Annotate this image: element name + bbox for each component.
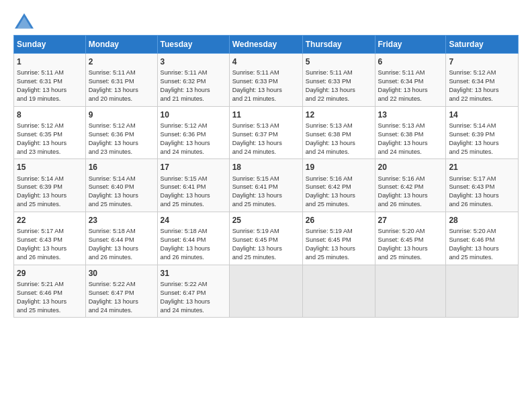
calendar-cell: 22Sunrise: 5:17 AM Sunset: 6:43 PM Dayli… — [14, 212, 86, 265]
day-info: Sunrise: 5:19 AM Sunset: 6:45 PM Dayligh… — [306, 227, 372, 262]
day-number: 17 — [161, 162, 226, 173]
day-info: Sunrise: 5:12 AM Sunset: 6:34 PM Dayligh… — [449, 68, 515, 103]
day-info: Sunrise: 5:13 AM Sunset: 6:38 PM Dayligh… — [306, 122, 372, 156]
day-info: Sunrise: 5:19 AM Sunset: 6:45 PM Dayligh… — [232, 227, 300, 262]
day-info: Sunrise: 5:11 AM Sunset: 6:31 PM Dayligh… — [17, 68, 83, 103]
calendar-cell: 1Sunrise: 5:11 AM Sunset: 6:31 PM Daylig… — [14, 54, 86, 107]
day-info: Sunrise: 5:18 AM Sunset: 6:44 PM Dayligh… — [89, 227, 154, 262]
calendar-cell: 2Sunrise: 5:11 AM Sunset: 6:31 PM Daylig… — [85, 54, 157, 107]
day-number: 4 — [232, 56, 300, 67]
day-info: Sunrise: 5:22 AM Sunset: 6:47 PM Dayligh… — [89, 280, 154, 315]
calendar-week-1: 1Sunrise: 5:11 AM Sunset: 6:31 PM Daylig… — [14, 54, 519, 107]
calendar-week-5: 29Sunrise: 5:21 AM Sunset: 6:46 PM Dayli… — [14, 265, 519, 318]
day-info: Sunrise: 5:11 AM Sunset: 6:31 PM Dayligh… — [89, 68, 154, 103]
day-info: Sunrise: 5:14 AM Sunset: 6:39 PM Dayligh… — [17, 175, 83, 210]
calendar-cell: 5Sunrise: 5:11 AM Sunset: 6:33 PM Daylig… — [302, 54, 375, 107]
calendar-cell: 18Sunrise: 5:15 AM Sunset: 6:41 PM Dayli… — [229, 159, 302, 212]
calendar: SundayMondayTuesdayWednesdayThursdayFrid… — [13, 35, 519, 318]
calendar-header-tuesday: Tuesday — [157, 36, 229, 54]
calendar-cell: 27Sunrise: 5:20 AM Sunset: 6:45 PM Dayli… — [375, 212, 446, 265]
day-number: 16 — [89, 162, 154, 173]
day-number: 29 — [17, 268, 83, 279]
day-number: 21 — [449, 162, 515, 173]
calendar-cell: 4Sunrise: 5:11 AM Sunset: 6:33 PM Daylig… — [229, 54, 302, 107]
calendar-cell: 14Sunrise: 5:14 AM Sunset: 6:39 PM Dayli… — [446, 106, 519, 159]
day-number: 24 — [161, 215, 226, 226]
day-info: Sunrise: 5:16 AM Sunset: 6:42 PM Dayligh… — [378, 175, 443, 210]
day-info: Sunrise: 5:11 AM Sunset: 6:33 PM Dayligh… — [232, 68, 300, 103]
header — [13, 12, 519, 31]
day-number: 25 — [232, 215, 300, 226]
calendar-cell: 16Sunrise: 5:14 AM Sunset: 6:40 PM Dayli… — [85, 159, 157, 212]
day-info: Sunrise: 5:17 AM Sunset: 6:43 PM Dayligh… — [17, 227, 83, 262]
calendar-week-3: 15Sunrise: 5:14 AM Sunset: 6:39 PM Dayli… — [14, 159, 519, 212]
calendar-week-4: 22Sunrise: 5:17 AM Sunset: 6:43 PM Dayli… — [14, 212, 519, 265]
calendar-cell: 8Sunrise: 5:12 AM Sunset: 6:35 PM Daylig… — [14, 106, 86, 159]
day-info: Sunrise: 5:16 AM Sunset: 6:42 PM Dayligh… — [306, 175, 372, 210]
day-number: 13 — [378, 109, 443, 120]
calendar-cell: 12Sunrise: 5:13 AM Sunset: 6:38 PM Dayli… — [302, 106, 375, 159]
calendar-cell: 23Sunrise: 5:18 AM Sunset: 6:44 PM Dayli… — [85, 212, 157, 265]
day-info: Sunrise: 5:13 AM Sunset: 6:37 PM Dayligh… — [232, 122, 300, 156]
day-number: 23 — [89, 215, 154, 226]
calendar-cell: 9Sunrise: 5:12 AM Sunset: 6:36 PM Daylig… — [85, 106, 157, 159]
day-info: Sunrise: 5:20 AM Sunset: 6:45 PM Dayligh… — [378, 227, 443, 262]
calendar-cell — [302, 265, 375, 318]
day-info: Sunrise: 5:12 AM Sunset: 6:36 PM Dayligh… — [89, 122, 154, 156]
day-number: 19 — [306, 162, 372, 173]
day-info: Sunrise: 5:20 AM Sunset: 6:46 PM Dayligh… — [449, 227, 515, 262]
calendar-header-thursday: Thursday — [302, 36, 375, 54]
calendar-cell: 30Sunrise: 5:22 AM Sunset: 6:47 PM Dayli… — [85, 265, 157, 318]
day-info: Sunrise: 5:17 AM Sunset: 6:43 PM Dayligh… — [449, 175, 515, 210]
calendar-cell: 25Sunrise: 5:19 AM Sunset: 6:45 PM Dayli… — [229, 212, 302, 265]
calendar-cell — [229, 265, 302, 318]
day-number: 6 — [378, 56, 443, 67]
calendar-cell: 3Sunrise: 5:11 AM Sunset: 6:32 PM Daylig… — [157, 54, 229, 107]
day-number: 14 — [449, 109, 515, 120]
calendar-cell: 21Sunrise: 5:17 AM Sunset: 6:43 PM Dayli… — [446, 159, 519, 212]
day-number: 2 — [89, 56, 154, 67]
day-info: Sunrise: 5:13 AM Sunset: 6:38 PM Dayligh… — [378, 122, 443, 156]
day-info: Sunrise: 5:14 AM Sunset: 6:39 PM Dayligh… — [449, 122, 515, 156]
calendar-cell — [446, 265, 519, 318]
logo-icon — [13, 12, 35, 31]
calendar-header-wednesday: Wednesday — [229, 36, 302, 54]
calendar-cell: 28Sunrise: 5:20 AM Sunset: 6:46 PM Dayli… — [446, 212, 519, 265]
day-info: Sunrise: 5:18 AM Sunset: 6:44 PM Dayligh… — [161, 227, 226, 262]
day-info: Sunrise: 5:11 AM Sunset: 6:33 PM Dayligh… — [306, 68, 372, 103]
day-number: 3 — [161, 56, 226, 67]
day-info: Sunrise: 5:14 AM Sunset: 6:40 PM Dayligh… — [89, 175, 154, 210]
day-info: Sunrise: 5:11 AM Sunset: 6:32 PM Dayligh… — [161, 68, 226, 103]
calendar-cell: 26Sunrise: 5:19 AM Sunset: 6:45 PM Dayli… — [302, 212, 375, 265]
day-info: Sunrise: 5:12 AM Sunset: 6:36 PM Dayligh… — [161, 122, 226, 156]
calendar-cell: 17Sunrise: 5:15 AM Sunset: 6:41 PM Dayli… — [157, 159, 229, 212]
calendar-cell: 24Sunrise: 5:18 AM Sunset: 6:44 PM Dayli… — [157, 212, 229, 265]
day-number: 20 — [378, 162, 443, 173]
day-number: 1 — [17, 56, 83, 67]
day-info: Sunrise: 5:15 AM Sunset: 6:41 PM Dayligh… — [161, 175, 226, 210]
calendar-cell: 20Sunrise: 5:16 AM Sunset: 6:42 PM Dayli… — [375, 159, 446, 212]
day-number: 27 — [378, 215, 443, 226]
day-info: Sunrise: 5:11 AM Sunset: 6:34 PM Dayligh… — [378, 68, 443, 103]
day-number: 8 — [17, 109, 83, 120]
day-number: 7 — [449, 56, 515, 67]
calendar-cell: 6Sunrise: 5:11 AM Sunset: 6:34 PM Daylig… — [375, 54, 446, 107]
day-number: 11 — [232, 109, 300, 120]
day-number: 22 — [17, 215, 83, 226]
day-info: Sunrise: 5:21 AM Sunset: 6:46 PM Dayligh… — [17, 280, 83, 315]
day-number: 18 — [232, 162, 300, 173]
day-info: Sunrise: 5:15 AM Sunset: 6:41 PM Dayligh… — [232, 175, 300, 210]
day-number: 31 — [161, 268, 226, 279]
day-number: 5 — [306, 56, 372, 67]
calendar-cell — [375, 265, 446, 318]
logo — [13, 12, 38, 31]
calendar-cell: 29Sunrise: 5:21 AM Sunset: 6:46 PM Dayli… — [14, 265, 86, 318]
calendar-cell: 13Sunrise: 5:13 AM Sunset: 6:38 PM Dayli… — [375, 106, 446, 159]
day-info: Sunrise: 5:12 AM Sunset: 6:35 PM Dayligh… — [17, 122, 83, 156]
calendar-header-monday: Monday — [85, 36, 157, 54]
day-number: 26 — [306, 215, 372, 226]
calendar-cell: 10Sunrise: 5:12 AM Sunset: 6:36 PM Dayli… — [157, 106, 229, 159]
calendar-header-row: SundayMondayTuesdayWednesdayThursdayFrid… — [14, 36, 519, 54]
calendar-cell: 7Sunrise: 5:12 AM Sunset: 6:34 PM Daylig… — [446, 54, 519, 107]
day-number: 10 — [161, 109, 226, 120]
